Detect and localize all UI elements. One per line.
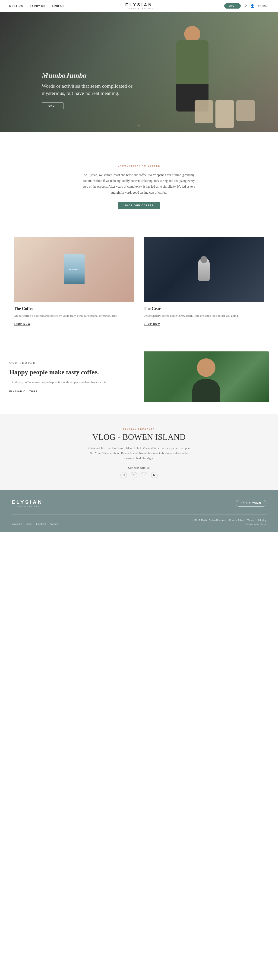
footer-right-group: ©2019 Elysian Coffee Roasters Privacy Po… [193,519,267,525]
product-gear-col: The Gear Unfortunately, coffee doesn't b… [139,237,269,326]
nav-left: MEET US CARRY US FIND US [9,5,65,7]
coffee-product-image [14,237,134,302]
product-grid: The Coffee All our coffee is sourced and… [0,237,278,340]
nav-find-us[interactable]: FIND US [52,5,65,7]
hero-title: MumboJumbo [42,71,148,80]
coffee-sacks [195,100,255,128]
coffee-shop-now-link[interactable]: SHOP NOW [14,323,30,326]
facebook-icon[interactable]: f [141,472,147,479]
our-people-section: OUR PEOPLE Happy people make tasty coffe… [0,340,278,414]
coffee-product-desc: All our coffee is sourced and roasted by… [14,313,134,318]
nav-carry-us[interactable]: CARRY US [29,5,45,7]
footer-privacy[interactable]: Privacy Policy [229,519,244,522]
uncommonly-eyebrow: UNCOMPLICATING COFFEE [67,165,211,167]
coffee-product-title: The Coffee [14,306,134,311]
footer-social-links: Instagram Twitter Facebook Youtube [11,523,58,525]
scroll-indicator: ⌄ [137,122,141,128]
footer-terms[interactable]: Terms [248,519,254,522]
gear-product-desc: Unfortunately, coffee doesn't brew itsel… [144,313,264,318]
people-title: Happy people make tasty coffee. [9,368,134,376]
footer-join-button[interactable]: JOIN ELYSIAN [236,500,267,507]
gear-product-image [144,237,264,302]
shop-coffee-button[interactable]: SHOP OUR COFFEE [118,202,160,209]
uncommonly-content: UNCOMPLICATING COFFEE At Elysian, we sou… [58,148,220,223]
instagram-icon[interactable]: □ [120,472,127,479]
cart-button[interactable]: (0) CART [258,5,269,7]
hero-subtitle: Words or activities that seem complicate… [42,83,148,97]
our-people-image [144,352,269,402]
footer-youtube[interactable]: Youtube [50,523,58,525]
people-eyebrow: OUR PEOPLE [9,360,134,365]
footer-twitter[interactable]: Twitter [26,523,32,525]
twitter-icon[interactable]: ⚭ [131,472,137,479]
footer-logo: ELYSIAN COFFEE ROASTERS [11,499,43,508]
gear-product-title: The Gear [144,306,264,311]
people-body: ...And tasty coffee makes people happy. … [9,380,134,385]
youtube-icon[interactable]: ▶ [151,472,158,479]
uncommonly-body: At Elysian, we source, roast and brew ou… [81,172,197,196]
hero-content: MumboJumbo Words or activities that seem… [0,71,148,114]
hero-section: MumboJumbo Words or activities that seem… [0,12,278,132]
brand-name: ELYSIAN [125,3,153,7]
footer-brand-name: ELYSIAN [11,499,43,505]
gear-shop-now-link[interactable]: SHOP NOW [144,323,160,326]
culture-link[interactable]: ELYSIAN CULTURE [9,390,38,393]
vlog-title: VLOG - BOWEN ISLAND [9,432,269,442]
footer-brand-sub: COFFEE ROASTERS [11,505,43,508]
sack-3 [236,100,255,121]
vlog-description: Chris and Jim travel to Bowen Island to … [88,445,190,461]
people-photo [144,352,269,402]
hero-shop-button[interactable]: SHOP [42,102,64,109]
footer-shipping[interactable]: Shipping [257,519,267,522]
footer-instagram[interactable]: Instagram [11,523,22,525]
footer-credit: Website by SuriMango [193,523,267,525]
nav-right: SHOP ⚲ 👤 (0) CART [224,3,269,9]
nav-logo: ELYSIAN COFFEE ROASTERS [125,3,153,10]
nav-shop-button[interactable]: SHOP [224,3,240,9]
navigation: MEET US CARRY US FIND US ELYSIAN COFFEE … [0,0,278,12]
sack-1 [195,100,213,123]
vlog-eyebrow: ELYSIAN PRESENTS [9,428,269,430]
footer-facebook[interactable]: Facebook [36,523,46,525]
uncommonly-section: UNCOMPLICATING COFFEE At Elysian, we sou… [0,132,278,237]
social-icons-row: □ ⚭ f ▶ [9,472,269,479]
connect-label: Connect with us [9,466,269,469]
account-icon[interactable]: 👤 [251,4,254,8]
footer-legal-links: ©2019 Elysian Coffee Roasters Privacy Po… [193,519,267,522]
footer-copyright: ©2019 Elysian Coffee Roasters [193,519,225,522]
brand-sub: COFFEE ROASTERS [125,7,153,10]
footer: ELYSIAN COFFEE ROASTERS JOIN ELYSIAN Ins… [0,490,278,532]
our-people-text: OUR PEOPLE Happy people make tasty coffe… [9,360,134,393]
product-coffee-col: The Coffee All our coffee is sourced and… [9,237,139,326]
search-icon[interactable]: ⚲ [244,4,247,8]
footer-top: ELYSIAN COFFEE ROASTERS JOIN ELYSIAN [11,499,267,508]
footer-bottom: Instagram Twitter Facebook Youtube ©2019… [11,514,267,525]
sack-2 [216,100,234,128]
vlog-section: ELYSIAN PRESENTS VLOG - BOWEN ISLAND Chr… [0,414,278,490]
nav-meet-us[interactable]: MEET US [9,5,23,7]
person-body [176,40,209,86]
